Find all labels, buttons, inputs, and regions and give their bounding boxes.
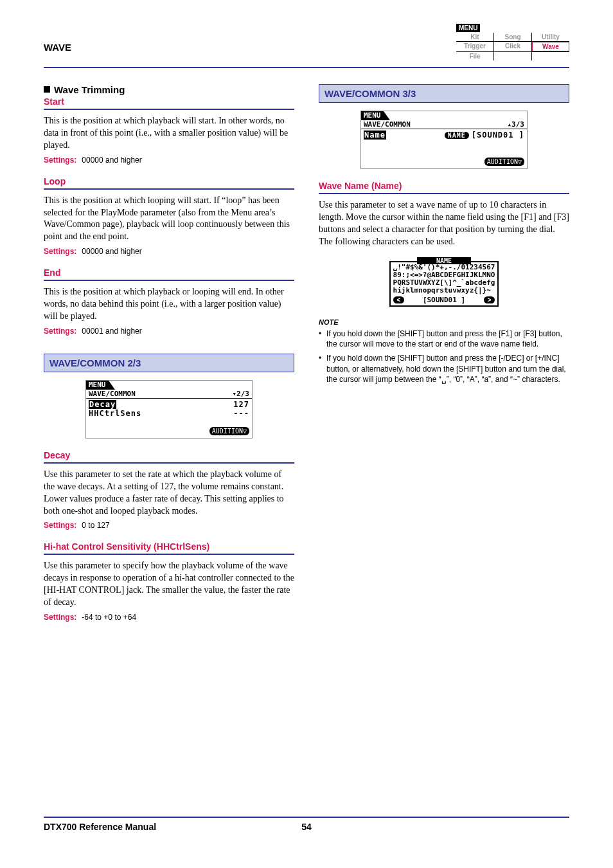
hhsens-body: Use this parameter to specify how the pl… bbox=[44, 560, 294, 609]
menu-cell-file: File bbox=[456, 52, 493, 60]
menu-cell-wave: Wave bbox=[532, 42, 569, 51]
lcd-hhctrlsens-label: HHCtrlSens bbox=[89, 409, 141, 418]
charset-row: 89:;<=>?@ABCDEFGHIJKLMNO bbox=[393, 271, 495, 279]
menu-cell-empty bbox=[532, 52, 569, 60]
menu-cell-click: Click bbox=[494, 42, 531, 51]
end-settings: Settings:00001 and higher bbox=[44, 327, 294, 336]
hhsens-settings: Settings:-64 to +0 to +64 bbox=[44, 613, 294, 622]
wave-common-3-3-heading: WAVE/COMMON 3/3 bbox=[319, 84, 569, 103]
start-body: This is the position at which playback w… bbox=[44, 115, 294, 152]
lcd-decay-value: 127 bbox=[233, 400, 249, 409]
end-body: This is the position at which playback o… bbox=[44, 286, 294, 323]
name-panel-header: NAME bbox=[417, 257, 471, 264]
start-heading: Start bbox=[44, 96, 294, 110]
footer-manual-name: DTX700 Reference Manual bbox=[44, 822, 156, 832]
lcd-screen-3-3: MENU WAVE/COMMON ▴3/3 Name NAME[SOUND01 … bbox=[360, 111, 528, 169]
lcd-tab: MENU bbox=[86, 381, 109, 390]
menu-cell-trigger: Trigger bbox=[456, 42, 493, 51]
name-panel-value: [SOUND01 ] bbox=[423, 296, 465, 304]
lcd-tab: MENU bbox=[361, 111, 384, 120]
lcd-name-label: Name bbox=[364, 131, 386, 140]
lcd-hhctrlsens-value: --- bbox=[233, 409, 249, 418]
lcd-page-indicator: ▴3/3 bbox=[508, 120, 525, 129]
menu-cell-empty bbox=[494, 52, 531, 60]
lcd-path: WAVE/COMMON bbox=[89, 390, 136, 398]
loop-heading: Loop bbox=[44, 176, 294, 190]
lcd-screen-2-3: MENU WAVE/COMMON ▾2/3 Decay127 HHCtrlSen… bbox=[85, 380, 253, 439]
loop-settings: Settings:00000 and higher bbox=[44, 247, 294, 256]
lcd-name-value: [SOUND01 ] bbox=[472, 131, 524, 140]
note-list: If you hold down the [SHIFT] button and … bbox=[319, 329, 569, 384]
lcd-decay-label: Decay bbox=[89, 400, 116, 409]
lcd-audition-button: AUDITION▽ bbox=[209, 427, 249, 435]
wave-name-heading: Wave Name (Name) bbox=[319, 181, 569, 194]
menu-grid: MENU Kit Song Utility Trigger Click Wave… bbox=[456, 23, 569, 60]
menu-cell-utility: Utility bbox=[532, 33, 569, 41]
charset-row: hijklmnopqrstuvwxyz{|}~ bbox=[393, 287, 495, 294]
lcd-audition-button: AUDITION▽ bbox=[484, 158, 524, 166]
footer-page-number: 54 bbox=[301, 822, 312, 832]
note-heading: NOTE bbox=[319, 318, 569, 326]
decay-settings: Settings:0 to 127 bbox=[44, 521, 294, 530]
hhsens-heading: Hi-hat Control Sensitivity (HHCtrlSens) bbox=[44, 541, 294, 555]
wave-name-body: Use this parameter to set a wave name of… bbox=[319, 199, 569, 248]
wave-trimming-heading: Wave Trimming bbox=[44, 84, 294, 95]
start-settings: Settings:00000 and higher bbox=[44, 156, 294, 165]
left-arrow-icon: < bbox=[393, 296, 405, 303]
decay-body: Use this parameter to set the rate at wh… bbox=[44, 469, 294, 518]
square-bullet-icon bbox=[44, 86, 50, 93]
decay-heading: Decay bbox=[44, 450, 294, 464]
note-item: If you hold down the [SHIFT] button and … bbox=[326, 329, 569, 349]
charset-row: ␣!"#$%&'()*+,-./01234567 bbox=[393, 264, 495, 271]
lcd-name-char-panel: NAME ␣!"#$%&'()*+,-./01234567 89:;<=>?@A… bbox=[389, 261, 499, 307]
lcd-name-button: NAME bbox=[445, 132, 469, 139]
lcd-page-indicator: ▾2/3 bbox=[233, 390, 250, 398]
lcd-path: WAVE/COMMON bbox=[364, 120, 411, 129]
note-item: If you hold down the [SHIFT] button and … bbox=[326, 353, 569, 384]
menu-cell-song: Song bbox=[494, 33, 531, 41]
menu-tab-label: MENU bbox=[456, 24, 480, 32]
loop-body: This is the position at which looping wi… bbox=[44, 195, 294, 244]
page-section-title: WAVE bbox=[44, 23, 71, 53]
menu-cell-kit: Kit bbox=[456, 33, 493, 41]
end-heading: End bbox=[44, 267, 294, 281]
wave-common-2-3-heading: WAVE/COMMON 2/3 bbox=[44, 354, 294, 372]
right-arrow-icon: > bbox=[484, 296, 495, 303]
